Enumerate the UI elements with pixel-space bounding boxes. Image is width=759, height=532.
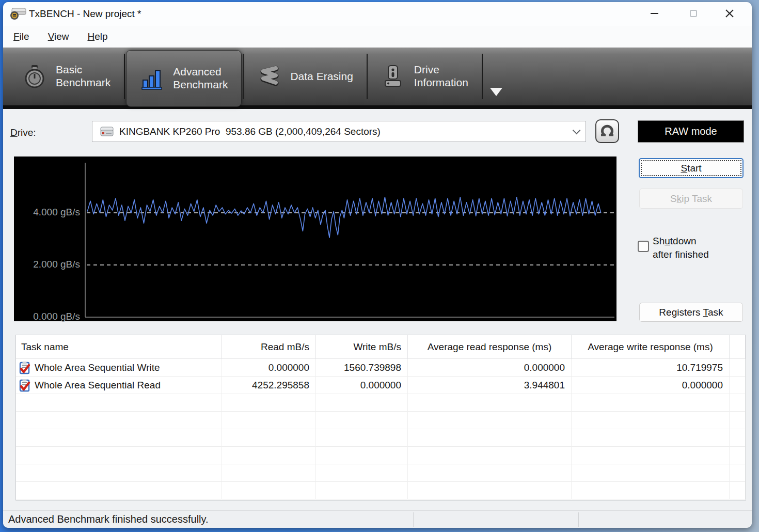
- chevron-down-icon: [573, 127, 581, 135]
- skip-task-button[interactable]: Skip Task: [639, 189, 743, 209]
- minimize-icon: [651, 13, 658, 14]
- stopwatch-icon: [23, 64, 46, 89]
- toolbar: BasicBenchmark AdvancedBenchmark Data Er…: [3, 48, 752, 109]
- column-header-avg-write[interactable]: Average write response (ms): [572, 335, 730, 359]
- table-row-empty: [16, 464, 746, 482]
- tab-advanced-benchmark[interactable]: AdvancedBenchmark: [126, 50, 242, 107]
- table-row-empty: [16, 394, 746, 412]
- toolbar-separator: [124, 54, 125, 99]
- maximize-button[interactable]: [678, 2, 708, 25]
- benchmark-chart-svg: [14, 157, 616, 321]
- table-row-empty: [16, 412, 746, 429]
- registers-task-button[interactable]: Registers Task: [639, 303, 743, 322]
- task-table: Task name Read mB/s Write mB/s Average r…: [15, 335, 746, 500]
- y-tick-label: 2.000 gB/s: [19, 259, 80, 270]
- erase-squiggle-icon: [257, 64, 281, 89]
- start-button[interactable]: Start: [639, 158, 744, 178]
- status-separator: [578, 512, 579, 527]
- task-check-icon: [19, 379, 31, 392]
- content-area: Drive: KINGBANK KP260 Pro 953.86 GB (2,0…: [3, 113, 752, 510]
- status-message: Advanced Benchmark finished successfully…: [8, 513, 209, 525]
- table-header-row: Task name Read mB/s Write mB/s Average r…: [16, 335, 746, 359]
- table-row-empty: [16, 482, 746, 499]
- raw-mode-indicator[interactable]: RAW mode: [638, 120, 744, 143]
- tab-data-erasing[interactable]: Data Erasing: [244, 48, 366, 105]
- benchmark-chart: 4.000 gB/s 2.000 gB/s 0.000 gB/s: [14, 157, 616, 321]
- table-row-empty: [16, 447, 746, 464]
- maximize-icon: [690, 10, 697, 17]
- column-header-write[interactable]: Write mB/s: [316, 335, 408, 359]
- shutdown-after-finished-checkbox[interactable]: [638, 241, 649, 252]
- y-tick-label: 4.000 gB/s: [19, 207, 80, 218]
- drive-icon: [100, 126, 114, 137]
- close-icon: [725, 9, 734, 18]
- menu-bar: File View Help: [3, 26, 752, 48]
- refresh-drives-button[interactable]: [595, 119, 619, 143]
- minimize-button[interactable]: [639, 2, 669, 25]
- y-tick-label: 0.000 gB/s: [19, 311, 80, 322]
- window-title: TxBENCH - New project *: [29, 8, 141, 20]
- table-row[interactable]: Whole Area Sequential Read 4252.295858 0…: [16, 377, 746, 394]
- refresh-icon: [599, 124, 615, 138]
- bar-chart-icon: [140, 66, 164, 91]
- table-row-empty: [16, 429, 746, 447]
- tab-drive-information[interactable]: DriveInformation: [368, 48, 482, 105]
- toolbar-overflow-caret-icon[interactable]: [490, 88, 502, 96]
- status-separator: [413, 512, 414, 527]
- column-header-avg-read[interactable]: Average read response (ms): [408, 335, 572, 359]
- titlebar[interactable]: TxBENCH - New project *: [3, 2, 752, 26]
- table-row[interactable]: Whole Area Sequential Write 0.000000 156…: [16, 359, 746, 377]
- desktop-taskbar-sliver: [0, 527, 759, 532]
- column-header-task-name[interactable]: Task name: [16, 335, 222, 359]
- close-button[interactable]: [715, 2, 745, 25]
- drive-info-icon: [381, 64, 405, 89]
- menu-help[interactable]: Help: [87, 31, 107, 42]
- toolbar-separator: [482, 54, 483, 99]
- txbench-window: TxBENCH - New project * File View Help B…: [3, 2, 752, 528]
- column-header-stub: [730, 335, 746, 359]
- status-bar: Advanced Benchmark finished successfully…: [3, 510, 752, 528]
- task-check-icon: [19, 361, 31, 374]
- drive-select[interactable]: KINGBANK KP260 Pro 953.86 GB (2,000,409,…: [92, 121, 586, 142]
- app-icon: [9, 7, 27, 21]
- column-header-read[interactable]: Read mB/s: [222, 335, 316, 359]
- drive-label: Drive:: [10, 127, 36, 138]
- menu-file[interactable]: File: [13, 31, 29, 42]
- table-empty-rows: [16, 394, 746, 499]
- menu-view[interactable]: View: [48, 31, 69, 42]
- tab-basic-benchmark[interactable]: BasicBenchmark: [9, 48, 124, 105]
- drive-selected-text: KINGBANK KP260 Pro 953.86 GB (2,000,409,…: [119, 126, 381, 137]
- shutdown-after-finished-label: Shutdown after finished: [653, 234, 709, 261]
